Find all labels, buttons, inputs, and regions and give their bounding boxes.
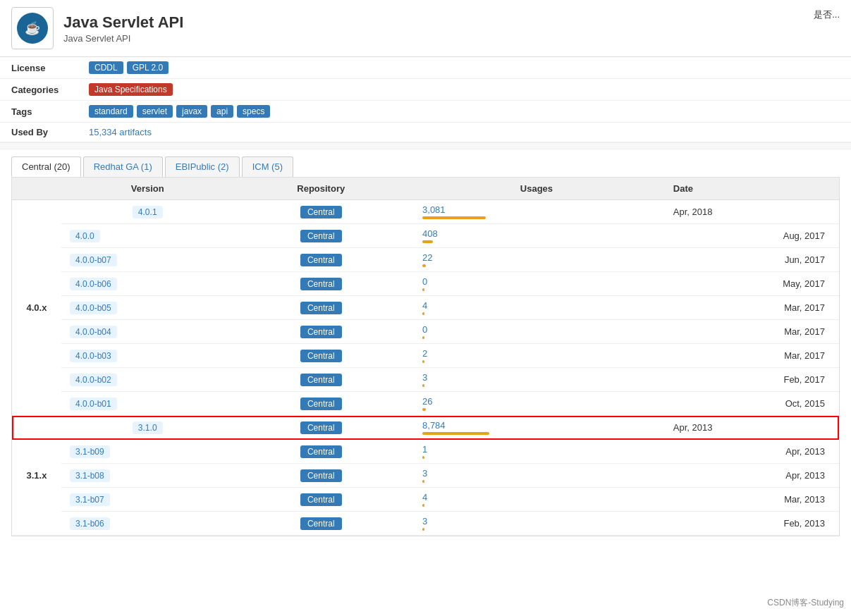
version-link[interactable]: 3.1-b07 bbox=[70, 493, 110, 506]
tab-ebipublic[interactable]: EBIPublic (2) bbox=[165, 156, 240, 177]
repo-badge[interactable]: Central bbox=[300, 445, 342, 458]
license-badge-cddl[interactable]: CDDL bbox=[89, 61, 123, 74]
page-title: Java Servlet API bbox=[63, 13, 183, 32]
version-cell: 3.1-b06 bbox=[61, 512, 233, 536]
table-row: 4.0.0Central408Aug, 2017 bbox=[12, 224, 839, 248]
tab-icm[interactable]: ICM (5) bbox=[242, 156, 293, 177]
version-cell: 4.0.0-b01 bbox=[61, 392, 233, 416]
version-group-cell: 4.0.x bbox=[12, 200, 61, 416]
version-link[interactable]: 3.1-b06 bbox=[70, 517, 110, 530]
version-link[interactable]: 4.0.1 bbox=[133, 206, 163, 218]
version-link[interactable]: 4.0.0-b03 bbox=[70, 350, 117, 362]
version-cell: 3.1-b08 bbox=[61, 464, 233, 488]
version-cell: 4.0.0-b03 bbox=[61, 344, 233, 368]
category-badge-java-specs[interactable]: Java Specifications bbox=[89, 83, 173, 96]
col-header-usages: Usages bbox=[408, 178, 665, 200]
version-link[interactable]: 3.1-b08 bbox=[70, 469, 110, 482]
date-cell: Mar, 2017 bbox=[665, 320, 839, 344]
repo-badge[interactable]: Central bbox=[300, 326, 342, 338]
usage-bar bbox=[422, 360, 424, 363]
date-cell: Apr, 2018 bbox=[665, 200, 839, 224]
date-cell: May, 2017 bbox=[665, 272, 839, 296]
usage-bar bbox=[422, 264, 426, 267]
table-row: 4.0.0-b02Central3Feb, 2017 bbox=[12, 368, 839, 392]
repo-badge[interactable]: Central bbox=[300, 517, 342, 530]
usage-number[interactable]: 0 bbox=[422, 276, 427, 287]
table-row: 3.1-b09Central1Apr, 2013 bbox=[12, 440, 839, 464]
version-link[interactable]: 3.1.0 bbox=[133, 421, 163, 434]
usage-number[interactable]: 3 bbox=[422, 468, 427, 479]
tag-javax[interactable]: javax bbox=[176, 105, 207, 118]
tag-api[interactable]: api bbox=[211, 105, 233, 118]
table-row: 4.0.0-b04Central0Mar, 2017 bbox=[12, 320, 839, 344]
repo-badge[interactable]: Central bbox=[300, 350, 342, 362]
version-link[interactable]: 4.0.0 bbox=[70, 230, 100, 242]
table-row: 3.1-b07Central4Mar, 2013 bbox=[12, 488, 839, 512]
usage-number[interactable]: 22 bbox=[422, 252, 432, 263]
tab-redhat[interactable]: Redhat GA (1) bbox=[83, 156, 163, 177]
repo-badge[interactable]: Central bbox=[300, 254, 342, 266]
repo-badge[interactable]: Central bbox=[300, 278, 342, 290]
version-link[interactable]: 4.0.0-b07 bbox=[70, 254, 117, 266]
date-cell: Jun, 2017 bbox=[665, 248, 839, 272]
repo-badge[interactable]: Central bbox=[300, 302, 342, 314]
version-link[interactable]: 4.0.0-b06 bbox=[70, 278, 117, 290]
version-link[interactable]: 4.0.0-b02 bbox=[70, 374, 117, 386]
date-cell: Apr, 2013 bbox=[665, 440, 839, 464]
repo-cell: Central bbox=[233, 272, 408, 296]
used-by-label: Used By bbox=[11, 127, 89, 137]
tags-row: Tags standard servlet javax api specs bbox=[0, 101, 851, 123]
usage-number[interactable]: 3 bbox=[422, 516, 427, 526]
repo-badge[interactable]: Central bbox=[300, 493, 342, 506]
usage-bar bbox=[422, 432, 489, 435]
tag-standard[interactable]: standard bbox=[89, 105, 133, 118]
categories-value: Java Specifications bbox=[89, 83, 173, 96]
usage-number[interactable]: 1 bbox=[422, 444, 427, 455]
license-badge-gpl[interactable]: GPL 2.0 bbox=[127, 61, 169, 74]
repo-cell: Central bbox=[233, 320, 408, 344]
repo-badge[interactable]: Central bbox=[300, 206, 342, 218]
repo-badge[interactable]: Central bbox=[300, 469, 342, 482]
table-row: 3.1.x3.1.0Central8,784Apr, 2013 bbox=[12, 416, 839, 440]
version-link[interactable]: 4.0.0-b01 bbox=[70, 398, 117, 410]
usage-number[interactable]: 3 bbox=[422, 372, 427, 383]
usage-number[interactable]: 408 bbox=[422, 228, 438, 239]
table-row: 4.0.0-b06Central0May, 2017 bbox=[12, 272, 839, 296]
repo-badge[interactable]: Central bbox=[300, 374, 342, 386]
header-text: Java Servlet API Java Servlet API bbox=[63, 13, 183, 44]
logo-icon: ☕ bbox=[17, 13, 48, 44]
version-link[interactable]: 4.0.0-b04 bbox=[70, 326, 117, 338]
repo-cell: Central bbox=[233, 368, 408, 392]
version-cell: 4.0.0-b06 bbox=[61, 272, 233, 296]
version-link[interactable]: 4.0.0-b05 bbox=[70, 302, 117, 314]
tag-servlet[interactable]: servlet bbox=[137, 105, 173, 118]
repo-cell: Central bbox=[233, 344, 408, 368]
usage-number[interactable]: 3,081 bbox=[422, 204, 446, 215]
tab-central[interactable]: Central (20) bbox=[11, 156, 81, 177]
usage-number[interactable]: 26 bbox=[422, 396, 432, 407]
usage-number[interactable]: 4 bbox=[422, 492, 427, 503]
page-subtitle: Java Servlet API bbox=[63, 33, 183, 44]
usage-number[interactable]: 8,784 bbox=[422, 420, 446, 431]
repo-cell: Central bbox=[233, 416, 408, 440]
categories-row: Categories Java Specifications bbox=[0, 79, 851, 101]
usage-number[interactable]: 2 bbox=[422, 348, 427, 359]
license-value: CDDL GPL 2.0 bbox=[89, 61, 169, 74]
repo-badge[interactable]: Central bbox=[300, 230, 342, 242]
date-cell: Feb, 2017 bbox=[665, 368, 839, 392]
version-link[interactable]: 3.1-b09 bbox=[70, 445, 110, 458]
tag-specs[interactable]: specs bbox=[237, 105, 270, 118]
separator bbox=[0, 142, 851, 149]
usage-number[interactable]: 0 bbox=[422, 324, 427, 335]
license-row: License CDDL GPL 2.0 bbox=[0, 57, 851, 79]
version-cell: 4.0.0-b04 bbox=[61, 320, 233, 344]
repo-badge[interactable]: Central bbox=[300, 398, 342, 410]
repo-badge[interactable]: Central bbox=[300, 421, 342, 434]
usage-number[interactable]: 4 bbox=[422, 300, 427, 311]
table-header: Version Repository Usages Date bbox=[12, 178, 839, 200]
used-by-link[interactable]: 15,334 artifacts bbox=[89, 127, 152, 137]
tabs: Central (20) Redhat GA (1) EBIPublic (2)… bbox=[11, 156, 840, 177]
version-cell: 4.0.0-b02 bbox=[61, 368, 233, 392]
date-cell: Aug, 2017 bbox=[665, 224, 839, 248]
categories-label: Categories bbox=[11, 85, 89, 95]
